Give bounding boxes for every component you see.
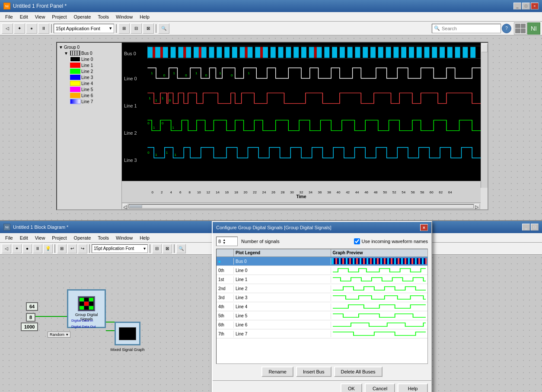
- random-dropdown[interactable]: Random ▾: [48, 332, 70, 338]
- bd-menu-project[interactable]: Project: [48, 234, 70, 241]
- bd-font-selector[interactable]: 15pt Application Font ▾: [92, 244, 148, 253]
- svg-rect-25: [324, 47, 329, 58]
- legend-bus0[interactable]: ▼ Bus 0: [59, 50, 120, 56]
- search-box[interactable]: 🔍: [432, 24, 501, 33]
- run-btn[interactable]: ●: [26, 23, 37, 34]
- time-ticks: 0 2 4 6 8 10 12 14 16 18 20 22 24 26 28 …: [122, 181, 481, 194]
- svg-rect-42: [455, 47, 460, 58]
- legend-line0[interactable]: Line 0: [59, 56, 120, 62]
- align-btn[interactable]: ⊞: [118, 23, 130, 34]
- signal-row-line7[interactable]: 7th Line 7: [217, 329, 427, 338]
- legend-line5[interactable]: Line 5: [59, 86, 120, 92]
- bd-btn2[interactable]: ↩: [67, 244, 77, 253]
- bd-run-btn[interactable]: ●: [22, 244, 32, 253]
- legend-line3[interactable]: Line 3: [59, 74, 120, 80]
- delete-all-buses-btn[interactable]: Delete All Buses: [334, 367, 383, 377]
- menu-file[interactable]: File: [2, 13, 16, 20]
- svg-rect-18: [271, 47, 276, 58]
- close-btn[interactable]: ×: [531, 3, 539, 9]
- node-8[interactable]: 8: [26, 313, 35, 322]
- signal-row-line0[interactable]: 0th Line 0: [217, 266, 427, 275]
- svg-rect-39: [432, 47, 437, 58]
- grid-btns: NI: [514, 22, 540, 35]
- bd-menu-view[interactable]: View: [32, 234, 49, 241]
- mixed-signal-graph-node[interactable]: [115, 322, 140, 345]
- bd-zoom-btn[interactable]: 🔍: [176, 244, 186, 253]
- rename-btn[interactable]: Rename: [261, 367, 293, 377]
- back-btn[interactable]: ◁: [2, 23, 13, 34]
- search-icon: 🔍: [434, 25, 440, 31]
- svg-rect-5: [171, 47, 176, 58]
- bd-back-btn[interactable]: ◁: [2, 244, 11, 253]
- bd-menu-help[interactable]: Help: [136, 234, 153, 241]
- wire-8-gds: [35, 316, 67, 317]
- bd-btn1[interactable]: ⊞: [57, 244, 67, 253]
- distribute-btn[interactable]: ⊟: [131, 23, 142, 34]
- signal-row-line6[interactable]: 6th Line 6: [217, 320, 427, 329]
- signal-table[interactable]: Plot Legend Graph Preview ■ Bus 0: [216, 255, 428, 364]
- signal-row-line4[interactable]: 4th Line 4: [217, 302, 427, 311]
- legend-line2[interactable]: Line 2: [59, 68, 120, 74]
- node-1000[interactable]: 1000: [21, 322, 38, 331]
- bd-minimize-btn[interactable]: _: [522, 224, 530, 231]
- pause-btn[interactable]: ⏸: [38, 23, 49, 34]
- bd-align-btn[interactable]: ⊟: [152, 244, 162, 253]
- svg-text:0: 0: [231, 73, 233, 77]
- svg-rect-29: [355, 47, 360, 58]
- signal-row-line2[interactable]: 2nd Line 2: [217, 284, 427, 293]
- svg-rect-4: [163, 47, 168, 58]
- insert-bus-btn[interactable]: Insert Bus: [296, 367, 332, 377]
- signal-row-line5[interactable]: 5th Line 5: [217, 311, 427, 320]
- legend-line4[interactable]: Line 4: [59, 80, 120, 86]
- ni-btn[interactable]: NI: [527, 22, 540, 35]
- menu-edit[interactable]: Edit: [16, 13, 32, 20]
- bd-highlight-btn[interactable]: ✦: [12, 244, 22, 253]
- bd-btn3[interactable]: ↪: [78, 244, 87, 253]
- legend-line6[interactable]: Line 6: [59, 92, 120, 98]
- menu-operate[interactable]: Operate: [70, 13, 95, 20]
- bd-distribute-btn[interactable]: ⊠: [163, 244, 172, 253]
- zoom-btn[interactable]: 🔍: [158, 23, 169, 34]
- bd-menu-tools[interactable]: Tools: [94, 234, 112, 241]
- legend-line7[interactable]: Line 7: [59, 98, 120, 104]
- svg-rect-17: [263, 47, 268, 58]
- menu-help[interactable]: Help: [136, 13, 153, 20]
- bd-light-btn[interactable]: 💡: [43, 244, 53, 253]
- signal-row-line3[interactable]: 3rd Line 3: [217, 293, 427, 302]
- menu-tools[interactable]: Tools: [94, 13, 112, 20]
- font-selector[interactable]: 15pt Application Font ▾: [54, 24, 114, 33]
- help-btn-dialog[interactable]: Help: [398, 383, 428, 392]
- minimize-btn[interactable]: _: [513, 3, 521, 9]
- scrollbar-v[interactable]: [481, 43, 488, 188]
- bd-maximize-btn[interactable]: □: [531, 224, 539, 231]
- legend-group0[interactable]: ▼ Group 0: [59, 44, 120, 50]
- node-64[interactable]: 64: [26, 302, 38, 311]
- front-panel-toolbar: ◁ ✦ ● ⏸ 15pt Application Font ▾ ⊞ ⊟ ⊠ 🔍 …: [0, 22, 542, 35]
- search-input[interactable]: [442, 26, 498, 31]
- maximize-btn[interactable]: □: [522, 3, 530, 9]
- block-diagram-area: NI Untitled 1 Block Diagram * _ □ File E…: [0, 221, 542, 392]
- bd-pause-btn[interactable]: ⏸: [33, 244, 42, 253]
- svg-rect-12: [224, 47, 230, 58]
- menu-view[interactable]: View: [32, 13, 49, 20]
- legend-line1[interactable]: Line 1: [59, 62, 120, 68]
- signal-row-line1[interactable]: 1st Line 1: [217, 275, 427, 284]
- help-btn[interactable]: ?: [502, 24, 511, 33]
- signal-row-bus0[interactable]: ■ Bus 0: [217, 257, 427, 266]
- bd-sep4: [174, 244, 175, 253]
- ok-btn[interactable]: OK: [341, 383, 362, 392]
- svg-text:0: 0: [162, 121, 164, 125]
- bd-menu-edit[interactable]: Edit: [16, 234, 32, 241]
- menu-project[interactable]: Project: [48, 13, 70, 20]
- scrollbar-h[interactable]: ◁ ▷: [122, 202, 481, 209]
- highlight-btn[interactable]: ✦: [14, 23, 25, 34]
- bd-menu-operate[interactable]: Operate: [70, 234, 95, 241]
- bd-menu-window[interactable]: Window: [112, 234, 136, 241]
- svg-rect-32: [378, 47, 383, 58]
- time-axis: 0 2 4 6 8 10 12 14 16 18 20 22 24 26 28 …: [122, 181, 481, 202]
- resize-btn[interactable]: ⊠: [143, 23, 154, 34]
- cancel-btn[interactable]: Cancel: [365, 383, 395, 392]
- menu-window[interactable]: Window: [112, 13, 136, 20]
- waveform-svg: Bus 0: [122, 43, 481, 181]
- bd-menu-file[interactable]: File: [2, 234, 16, 241]
